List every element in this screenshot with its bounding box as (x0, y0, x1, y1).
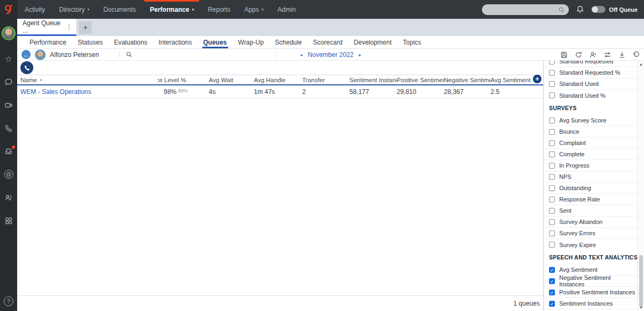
checkbox-unchecked-icon[interactable] (549, 208, 555, 214)
subnav-item-queues[interactable]: Queues (203, 36, 227, 48)
date-label[interactable]: November 2022 (308, 51, 353, 59)
column-picker-item-response-rate[interactable]: Response Rate (544, 194, 638, 205)
column-header-service-level[interactable]: Service Level % (157, 77, 209, 83)
column-picker-item-survey-abandon[interactable]: Survey Abandon (544, 216, 638, 228)
column-picker-item-in-progress[interactable]: In Progress (544, 160, 638, 171)
column-header-name[interactable]: Name▾ (17, 77, 157, 83)
checkbox-unchecked-icon[interactable] (549, 197, 555, 202)
nav-item-reports[interactable]: Reports (207, 0, 231, 19)
checkbox-checked-icon[interactable]: ✓ (549, 267, 555, 273)
cell-name[interactable]: WEM - Sales Operations (17, 88, 157, 96)
user-avatar[interactable] (2, 26, 16, 40)
column-picker-item-sentiment-instances[interactable]: ✓Sentiment Instances (544, 298, 638, 309)
checkbox-unchecked-icon[interactable] (549, 230, 555, 236)
subnav-item-scorecard[interactable]: Scorecard (313, 36, 342, 48)
nav-item-apps[interactable]: Apps▾ (243, 0, 265, 19)
reset-undo-icon[interactable] (633, 51, 640, 59)
checkbox-unchecked-icon[interactable] (549, 81, 555, 87)
add-column-button[interactable]: + (533, 75, 541, 83)
subnav-item-schedule[interactable]: Schedule (275, 36, 302, 48)
column-picker-item-bounce[interactable]: Bounce (544, 126, 638, 138)
column-header-sentiment-instanc[interactable]: Sentiment Instanc... (349, 77, 397, 83)
column-picker-item-positive-sentiment-instances[interactable]: ✓Positive Sentiment Instances (544, 287, 638, 298)
favorites-icon[interactable]: ☆ (4, 54, 13, 63)
voice-media-tab[interactable] (20, 61, 33, 74)
column-picker-item-complaint[interactable]: Complaint (544, 138, 638, 149)
save-icon[interactable] (560, 51, 568, 59)
video-icon[interactable] (4, 100, 13, 110)
tab-agent-queue[interactable]: Agent Queue ... ⋮ (17, 19, 76, 36)
column-picker-item-avg-survey-score[interactable]: Avg Survey Score (544, 115, 638, 126)
column-header-avg-handle[interactable]: Avg Handle (254, 77, 302, 83)
subnav-item-development[interactable]: Development (354, 36, 392, 48)
column-picker-item-standard-requested[interactable]: Standard Requested % (544, 67, 638, 78)
column-picker-item-outstanding[interactable]: Outstanding (544, 183, 638, 194)
back-button[interactable]: ← (21, 50, 31, 59)
notifications-bell-icon[interactable] (576, 5, 584, 14)
column-picker-item-standard-used[interactable]: Standard Used % (544, 90, 638, 101)
nav-item-directory[interactable]: Directory▾ (58, 0, 91, 19)
apps-grid-icon[interactable] (4, 216, 13, 225)
checkbox-unchecked-icon[interactable] (549, 61, 555, 64)
nav-item-activity[interactable]: Activity (24, 0, 46, 19)
column-header-negative-sentime[interactable]: Negative Sentime... (444, 77, 491, 83)
queue-status-toggle[interactable] (591, 6, 605, 13)
nav-item-performance[interactable]: Performance▾ (149, 0, 195, 19)
scroll-down-icon[interactable]: ▼ (638, 306, 644, 309)
chat-icon[interactable] (4, 77, 13, 86)
genesys-logo-icon[interactable] (3, 4, 14, 18)
column-picker-item-standard-requested[interactable]: Standard Requested (544, 61, 638, 67)
subnav-item-evaluations[interactable]: Evaluations (114, 36, 147, 48)
inbox-icon[interactable] (4, 147, 13, 156)
column-picker-item-avg-sentiment[interactable]: ✓Avg Sentiment (544, 264, 638, 276)
checkbox-checked-icon[interactable]: ✓ (549, 290, 555, 295)
checkbox-unchecked-icon[interactable] (549, 219, 555, 225)
column-picker-item-survey-errors[interactable]: Survey Errors (544, 228, 638, 239)
column-picker-item-sent[interactable]: Sent (544, 205, 638, 216)
contacts-icon[interactable] (4, 193, 13, 202)
column-picker-item-nps[interactable]: NPS (544, 171, 638, 183)
column-header-transfer[interactable]: Transfer (302, 77, 349, 83)
checkbox-checked-icon[interactable]: ✓ (549, 301, 555, 307)
calls-icon[interactable] (4, 124, 13, 133)
checkbox-unchecked-icon[interactable] (549, 129, 555, 135)
checkbox-unchecked-icon[interactable] (549, 118, 555, 124)
checkbox-unchecked-icon[interactable] (549, 70, 555, 76)
scroll-up-icon[interactable]: ▲ (638, 62, 644, 66)
column-picker-item-complete[interactable]: Complete (544, 149, 638, 160)
new-tab-button[interactable]: + (79, 21, 92, 34)
subnav-item-performance[interactable]: Performance (30, 36, 67, 48)
checkbox-unchecked-icon[interactable] (549, 140, 555, 146)
checkbox-unchecked-icon[interactable] (549, 92, 555, 98)
column-picker-item-negative-sentiment-instances[interactable]: ✓Negative Sentiment Instances (544, 276, 638, 287)
column-settings-icon[interactable] (604, 51, 611, 59)
checkbox-checked-icon[interactable]: ✓ (549, 278, 555, 284)
mentions-icon[interactable]: @ (4, 170, 13, 179)
kebab-menu-icon[interactable]: ⋮ (66, 23, 72, 31)
subnav-item-statuses[interactable]: Statuses (78, 36, 103, 48)
next-month-icon[interactable]: ▸ (359, 53, 361, 57)
help-icon[interactable]: ? (4, 296, 13, 306)
prev-month-icon[interactable]: ◂ (300, 53, 302, 57)
checkbox-unchecked-icon[interactable] (549, 174, 555, 180)
download-icon[interactable] (618, 51, 626, 59)
subnav-item-interactions[interactable]: Interactions (158, 36, 192, 48)
checkbox-unchecked-icon[interactable] (549, 151, 555, 157)
column-header-avg-wait[interactable]: Avg Wait (209, 77, 254, 83)
checkbox-unchecked-icon[interactable] (549, 185, 555, 191)
scrollbar-thumb[interactable] (639, 255, 643, 307)
nav-item-admin[interactable]: Admin (276, 0, 297, 19)
nav-item-documents[interactable]: Documents (103, 0, 137, 19)
agent-search-icon[interactable] (126, 51, 133, 58)
column-picker-item-standard-used[interactable]: Standard Used (544, 78, 638, 90)
subnav-item-topics[interactable]: Topics (403, 36, 421, 48)
column-picker-item-survey-expire[interactable]: Survey Expire (544, 239, 638, 250)
checkbox-unchecked-icon[interactable] (549, 242, 555, 248)
panel-scrollbar[interactable]: ▲ ▼ (638, 61, 644, 311)
agent-view-icon[interactable] (589, 51, 597, 59)
refresh-icon[interactable] (575, 51, 582, 59)
subnav-item-wrap-up[interactable]: Wrap-Up (238, 36, 264, 48)
global-search-input[interactable] (482, 4, 569, 15)
column-header-positive-sentimen[interactable]: Positive Sentimen... (397, 77, 444, 83)
checkbox-unchecked-icon[interactable] (549, 163, 555, 169)
